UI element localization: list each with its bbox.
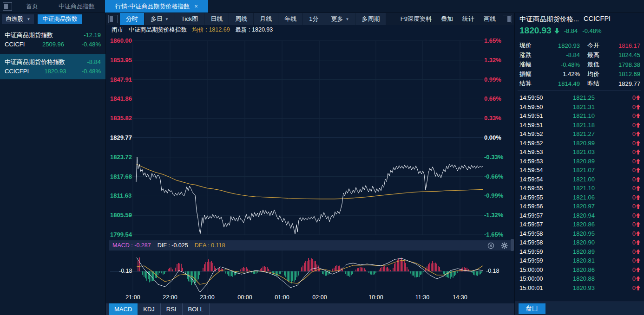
stat-label: 现价 [519, 41, 538, 50]
watchlist-item-row1: 中证商品期货指数-12.19 [5, 31, 101, 40]
toolbar-action-叠加[interactable]: 叠加 [436, 13, 458, 25]
stat-label: 涨幅 [519, 60, 538, 69]
trade-volume: 0 [632, 248, 640, 255]
quote-stats-row: 涨幅-0.48%最低1798.38 [519, 60, 640, 70]
up-arrow-icon [636, 213, 640, 218]
top-tab-中证商品指数[interactable]: 中证商品指数 [48, 0, 105, 13]
order-book-button[interactable]: 盘口 [519, 303, 545, 314]
trade-row: 15:00:011820.930 [519, 283, 640, 293]
price-axis-tick: 1847.91 [110, 76, 132, 83]
period-button-日线[interactable]: 日线 [204, 13, 229, 25]
percent-axis-tick: 0.00% [484, 134, 501, 141]
trade-price: 1820.95 [556, 230, 595, 237]
quote-divider [518, 90, 641, 90]
up-arrow-icon [636, 267, 640, 272]
close-tab-icon[interactable]: × [194, 3, 198, 10]
trade-price: 1821.06 [556, 194, 595, 201]
close-indicator-icon[interactable] [487, 242, 494, 249]
period-button-更多[interactable]: 更多▼ [325, 13, 355, 25]
indicator-tab-MACD[interactable]: MACD [109, 303, 138, 315]
period-button-label: 更多 [331, 15, 343, 23]
collapse-left-panel-icon[interactable] [3, 2, 12, 11]
top-tab-行情-中证商品期货价格指数[interactable]: 行情-中证商品期货价格指数× [105, 0, 208, 13]
trade-time: 14:59:53 [519, 148, 556, 155]
trade-volume: 0 [632, 130, 640, 137]
period-button-label: 日线 [210, 15, 223, 23]
trade-row: 14:59:581820.900 [519, 238, 640, 247]
period-button-多周期[interactable]: 多周期 [355, 13, 386, 25]
indicator-tab-KDJ[interactable]: KDJ [138, 303, 161, 315]
market-state-label: 闭市 [112, 26, 123, 34]
top-tab-label: 行情-中证商品期货价格指数 [115, 2, 190, 11]
period-button-多日[interactable]: 多日▼ [145, 13, 175, 25]
trading-app-window: 首页中证商品指数行情-中证商品期货价格指数× 自选股 ▼ 中证商品指数 中证商品… [0, 0, 644, 315]
up-arrow-icon [636, 113, 640, 118]
trade-row: 14:59:571820.860 [519, 220, 640, 229]
watchlist-item[interactable]: 中证商品期货指数-12.19CCICFI2509.96-0.48% [0, 27, 105, 52]
intraday-chart[interactable] [106, 13, 515, 315]
percent-axis-tick: -1.65% [484, 231, 503, 238]
trade-time: 14:59:59 [519, 248, 556, 255]
up-arrow-icon [636, 131, 640, 136]
price-axis-tick: 1799.54 [110, 231, 132, 238]
trade-row: 14:59:581820.950 [519, 229, 640, 238]
trade-row: 14:59:511821.100 [519, 111, 640, 121]
trade-volume: 0 [632, 122, 640, 129]
trade-price: 1820.89 [556, 248, 595, 255]
period-button-分时[interactable]: 分时 [120, 13, 144, 25]
price-axis-tick: 1860.00 [110, 37, 132, 44]
trade-price: 1820.93 [556, 284, 595, 291]
panel-splitter-handle[interactable] [511, 239, 514, 251]
trade-row: 14:59:541821.070 [519, 166, 640, 175]
period-button-Tick图[interactable]: Tick图 [175, 13, 204, 25]
toolbar-action-统计[interactable]: 统计 [458, 13, 479, 25]
toolbar-action-F9深度资料[interactable]: F9深度资料 [396, 13, 436, 25]
watchlist-item[interactable]: 中证商品期货价格指数-8.84CCICFPI1820.93-0.48% [0, 54, 105, 79]
price-axis-tick: 1829.77 [110, 134, 132, 141]
percent-axis-tick: 0.66% [484, 95, 501, 102]
period-button-1分[interactable]: 1分 [303, 13, 324, 25]
indicator-tab-RSI[interactable]: RSI [161, 303, 183, 315]
period-button-周线[interactable]: 周线 [229, 13, 253, 25]
up-arrow-icon [636, 167, 640, 173]
trade-volume: 0 [632, 94, 640, 101]
trade-time: 14:59:53 [519, 158, 556, 165]
trade-row: 14:59:521821.270 [519, 129, 640, 139]
instrument-price: 1820.93 [44, 67, 66, 76]
price-axis-tick: 1853.95 [110, 57, 132, 64]
up-arrow-icon [636, 141, 640, 146]
indicator-tab-BOLL[interactable]: BOLL [183, 303, 210, 315]
quote-title: 中证商品期货价格... CCICFPI [519, 15, 641, 24]
stat-label: 均价 [587, 70, 608, 78]
time-and-sales-list[interactable]: 14:59:501821.25014:59:501821.31014:59:51… [519, 93, 640, 292]
watchlist-group-dropdown[interactable]: 自选股 ▼ [2, 14, 34, 24]
trade-volume: 0 [632, 239, 640, 246]
period-button-年线[interactable]: 年线 [278, 13, 302, 25]
watchlist-item-row1: 中证商品期货价格指数-8.84 [5, 58, 101, 67]
period-button-月线[interactable]: 月线 [254, 13, 278, 25]
stat-value: 1824.45 [608, 51, 640, 58]
collapse-right-panel-icon[interactable] [503, 15, 512, 23]
sidebar-tab-index-group[interactable]: 中证商品指数 [38, 14, 82, 24]
time-axis-tick: 01:00 [270, 294, 294, 301]
collapse-sidebar-icon[interactable] [108, 15, 118, 23]
trade-time: 14:59:54 [519, 176, 556, 183]
trade-price: 1821.10 [556, 185, 595, 192]
percent-axis-tick: -1.32% [484, 212, 503, 219]
toolbar-action-画线[interactable]: 画线 [479, 13, 500, 25]
trade-volume: 0 [632, 230, 640, 237]
percent-axis-tick: 0.99% [484, 76, 501, 83]
up-arrow-icon [636, 276, 640, 281]
trade-time: 14:59:50 [519, 94, 556, 101]
period-button-label: 周线 [235, 15, 247, 23]
last-price-label: 最新 : 1820.93 [236, 26, 273, 34]
time-axis-tick: 21:00 [121, 294, 145, 301]
indicator-tab-bar: MACDKDJRSIBOLL [106, 303, 514, 315]
quote-stats-grid: 现价1820.93今开1816.17涨跌-8.84最高1824.45涨幅-0.4… [519, 41, 640, 89]
up-arrow-icon [636, 240, 640, 245]
trade-price: 1821.07 [556, 167, 595, 174]
top-tab-首页[interactable]: 首页 [16, 0, 48, 13]
indicator-settings-gear-icon[interactable] [501, 242, 508, 249]
trade-volume: 0 [632, 194, 640, 201]
stat-value: 1814.49 [538, 80, 580, 87]
